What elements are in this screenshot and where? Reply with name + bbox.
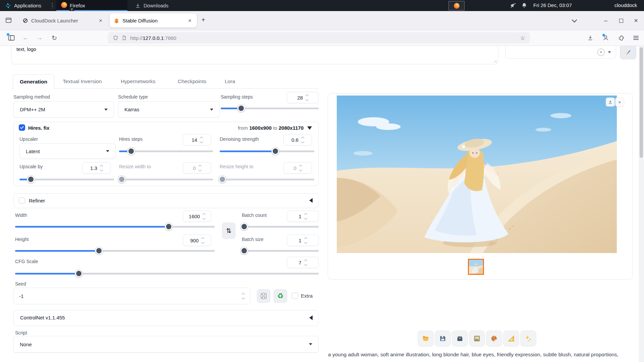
image-close-button[interactable]: ×: [615, 98, 624, 107]
width-slider[interactable]: [15, 223, 215, 230]
accordion-closed-icon[interactable]: [309, 315, 313, 320]
menu-icon[interactable]: [630, 30, 642, 46]
shield-icon[interactable]: [113, 35, 118, 41]
audio-muted-icon[interactable]: [510, 2, 517, 10]
slider-thumb[interactable]: [272, 147, 279, 155]
height-input[interactable]: 900: [183, 235, 211, 246]
reuse-seed-button[interactable]: ♻: [274, 289, 287, 303]
refiner-checkbox[interactable]: [19, 197, 25, 204]
slider-thumb[interactable]: [219, 176, 226, 183]
url-text[interactable]: http://127.0.0.1:7860: [130, 35, 176, 41]
stepper-arrows-icon[interactable]: [203, 214, 205, 219]
clear-styles-icon[interactable]: ×: [597, 49, 605, 56]
applications-menu-button[interactable]: Applications: [0, 0, 46, 11]
upscale-by-slider[interactable]: [19, 176, 114, 183]
tab-close-icon[interactable]: ×: [187, 17, 193, 24]
slider-thumb[interactable]: [127, 147, 135, 155]
notifications-bell-icon[interactable]: [521, 2, 527, 9]
reload-button[interactable]: ↻: [48, 30, 60, 46]
forward-button[interactable]: →: [34, 30, 46, 46]
upscaler-dropdown[interactable]: Latent: [19, 143, 116, 159]
tab-checkpoints[interactable]: Checkpoints: [178, 78, 206, 84]
tray-firefox-button[interactable]: [448, 1, 465, 10]
swap-dimensions-button[interactable]: ⇅: [222, 223, 235, 239]
generated-image[interactable]: [337, 96, 617, 253]
slider-thumb[interactable]: [27, 176, 35, 183]
open-folder-button[interactable]: [418, 330, 434, 347]
clock[interactable]: Fri 26 Dec, 03:07: [533, 2, 572, 8]
sidebar-icon[interactable]: [7, 34, 15, 43]
send-to-img2img-button[interactable]: [469, 330, 485, 347]
save-image-button[interactable]: [435, 330, 451, 347]
batch-count-input[interactable]: 1: [287, 210, 319, 222]
browser-tab-stable-diffusion[interactable]: Stable Diffusion ×: [110, 13, 197, 27]
cfg-scale-input[interactable]: 7: [287, 257, 319, 268]
denoising-strength-slider[interactable]: [220, 147, 314, 155]
sampling-steps-input[interactable]: 28: [287, 92, 319, 103]
stepper-arrows-icon[interactable]: [306, 95, 308, 101]
stepper-arrows-icon[interactable]: [242, 293, 245, 299]
browser-tab-clouddock[interactable]: CloudDock Launcher ×: [18, 13, 108, 27]
page-info-icon[interactable]: [122, 35, 127, 41]
upscale-by-input[interactable]: 1.3: [82, 162, 111, 174]
schedule-type-dropdown[interactable]: Karras: [118, 101, 220, 118]
stepper-arrows-icon[interactable]: [305, 238, 307, 243]
firefox-view-icon[interactable]: [5, 16, 12, 25]
send-to-extras-button[interactable]: [503, 330, 519, 347]
send-to-inpaint-button[interactable]: [486, 330, 502, 347]
stepper-arrows-icon[interactable]: [302, 137, 304, 143]
resize-width-input[interactable]: 0: [183, 162, 211, 174]
save-zip-button[interactable]: [452, 330, 468, 347]
stepper-arrows-icon[interactable]: [300, 165, 302, 171]
resize-height-input[interactable]: 0: [283, 162, 312, 174]
window-minimize-button[interactable]: –: [600, 11, 612, 30]
sampling-method-dropdown[interactable]: DPM++ 2M: [13, 101, 114, 118]
tab-generation[interactable]: Generation: [13, 74, 54, 89]
batch-size-input[interactable]: 1: [287, 235, 319, 246]
batch-count-slider[interactable]: [242, 223, 319, 230]
sampling-steps-slider[interactable]: [221, 105, 319, 112]
window-maximize-button[interactable]: [615, 11, 627, 30]
hires-steps-slider[interactable]: [119, 147, 213, 155]
downloads-icon[interactable]: [584, 30, 596, 46]
styles-caret-icon[interactable]: [608, 51, 611, 53]
extensions-icon[interactable]: [615, 30, 627, 46]
stepper-arrows-icon[interactable]: [199, 165, 201, 171]
back-button[interactable]: ←: [19, 30, 32, 46]
cfg-scale-slider[interactable]: [15, 270, 319, 277]
slider-thumb[interactable]: [95, 247, 103, 254]
stepper-arrows-icon[interactable]: [100, 165, 103, 171]
tab-textual-inversion[interactable]: Textual Inversion: [63, 78, 102, 84]
stepper-arrows-icon[interactable]: [305, 214, 307, 219]
taskbar-item-downloads[interactable]: Downloads: [130, 0, 231, 11]
script-dropdown[interactable]: None: [13, 336, 319, 353]
slider-thumb[interactable]: [165, 223, 172, 230]
negative-prompt-textarea[interactable]: text, logo: [11, 46, 498, 64]
resize-handle[interactable]: [493, 59, 497, 63]
tab-hypernetworks[interactable]: Hypernetworks: [121, 78, 155, 84]
width-input[interactable]: 1600: [183, 210, 211, 222]
accordion-closed-icon[interactable]: [309, 198, 313, 203]
styles-dropdown[interactable]: ×: [505, 46, 616, 59]
gallery-thumbnail-selected[interactable]: [468, 259, 484, 275]
hires-fix-checkbox[interactable]: [19, 124, 25, 131]
upscale-button[interactable]: [520, 330, 536, 347]
stepper-arrows-icon[interactable]: [305, 260, 307, 265]
stepper-arrows-icon[interactable]: [202, 238, 204, 243]
hires-steps-input[interactable]: 14: [183, 134, 211, 145]
slider-thumb[interactable]: [240, 247, 248, 254]
account-icon[interactable]: [600, 30, 612, 46]
slider-thumb[interactable]: [118, 176, 125, 183]
accordion-open-icon[interactable]: [307, 126, 312, 130]
tab-close-icon[interactable]: ×: [98, 17, 104, 24]
extra-seed-checkbox[interactable]: [292, 293, 298, 299]
denoising-strength-input[interactable]: 0.6: [283, 134, 312, 145]
slider-thumb[interactable]: [237, 105, 245, 112]
slider-thumb[interactable]: [75, 270, 83, 277]
page-scrollbar[interactable]: [639, 46, 644, 362]
window-close-button[interactable]: ×: [630, 11, 642, 30]
url-bar[interactable]: http://127.0.0.1:7860 ☆: [108, 32, 530, 44]
edit-styles-button[interactable]: [620, 46, 636, 59]
resize-width-slider[interactable]: [119, 176, 213, 183]
bookmark-star-icon[interactable]: ☆: [520, 35, 525, 42]
